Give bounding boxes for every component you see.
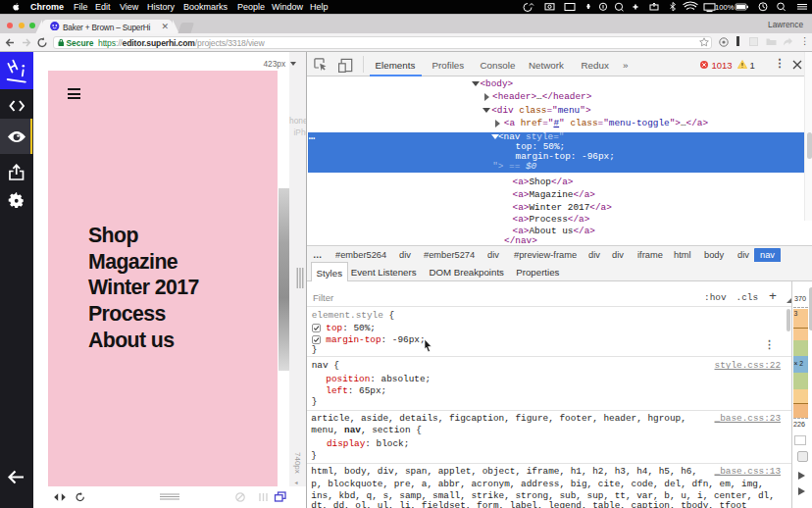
svg-text:100%: 100% — [715, 3, 735, 12]
